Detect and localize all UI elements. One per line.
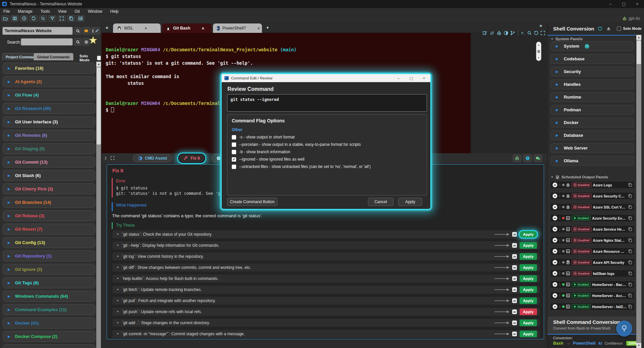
expand-row-button[interactable] [552,282,557,287]
sidebar-category[interactable]: ▶Git Research (40) [3,103,95,114]
close-button[interactable]: × [418,76,430,80]
close-button[interactable]: × [631,2,644,6]
refresh-button[interactable] [597,26,602,31]
sidebar-category[interactable]: ▶Docker Compose (2) [3,331,95,342]
spin-up-icon[interactable]: ▲ [538,44,540,46]
apply-suggestion-button[interactable]: Apply [520,242,537,249]
search-go-button[interactable] [74,38,82,46]
panel-button[interactable] [76,15,85,22]
expand-row-button[interactable] [552,193,557,198]
expand-row-button[interactable] [552,182,557,187]
drag-handle[interactable]: ⣿ [559,228,561,230]
tabs-scroll-right-icon[interactable]: » [539,23,542,28]
expand-row-button[interactable] [552,227,557,232]
sidebar-category[interactable]: ▶Git Config (13) [3,237,95,248]
sidebar-category[interactable]: ▶Git Stash (6) [3,170,95,181]
apply-button[interactable]: Apply [398,198,422,206]
solo-mode-checkbox[interactable] [617,26,621,31]
robot-icon[interactable] [496,31,502,36]
fix-it-button[interactable]: Fix It [178,154,205,163]
git-branch-icon[interactable] [510,31,515,36]
system-panel-item[interactable]: ▶Podman [551,105,634,115]
duplicate-panel-button[interactable] [628,282,632,287]
sort-button[interactable] [39,15,47,22]
duplicate-panel-button[interactable] [628,216,632,220]
drag-handle[interactable]: ⣿ [559,295,561,297]
solo-mode-checkbox[interactable] [97,56,101,60]
search-icon[interactable] [527,31,532,36]
split-view-button[interactable] [11,15,19,22]
system-panel-item[interactable]: ▶Security [551,67,634,76]
menu-manage[interactable]: Manage [18,9,32,14]
drag-handle[interactable]: ⣿ [559,250,561,252]
drag-handle[interactable]: ⣿ [559,184,561,186]
system-panels-section-label[interactable]: ▼ System Panels [551,37,583,41]
command-input[interactable]: git status --ignored [227,94,427,112]
tab-global-commands[interactable]: Global Commands [34,53,73,60]
apply-suggestion-button[interactable]: Apply [520,286,537,293]
filter-button[interactable] [48,15,56,22]
sidebar-category[interactable]: ▶Git User Interface (3) [3,116,95,127]
sidebar-category[interactable]: ▶Git Branches (14) [3,197,95,208]
system-panel-item[interactable]: ▶Docker [551,118,634,127]
sidebar-category[interactable]: ▶Git Cherry Pick (3) [3,183,95,194]
duplicate-panel-button[interactable] [628,238,632,242]
duplicate-panel-button[interactable] [628,293,632,298]
sidebar-category[interactable]: ▶Windows Commands (64) [3,291,95,302]
scheduled-panel-row[interactable]: ⣿DisabledAzure Resource Moni... [550,247,635,255]
open-folder-button[interactable] [1,15,9,22]
scheduled-panel-row[interactable]: ⣿DisabledAzure Nginx Status &... [550,236,635,244]
scroll-thumb[interactable] [97,67,101,144]
create-command-button[interactable]: Create Command Button [227,198,277,206]
duplicate-panel-button[interactable] [628,227,632,231]
apply-suggestion-button[interactable]: Apply [520,297,537,304]
system-panel-item[interactable]: ▶Web Server [551,143,634,153]
scheduled-panel-row[interactable]: ⣿Disabledfail2ban logs [550,270,635,277]
eject-button[interactable] [606,26,611,31]
sidebar-category[interactable]: ▶Git Ignore (3) [3,264,95,275]
system-panel-item[interactable]: ▶Handles [551,79,634,89]
right-scrollbar[interactable]: ▲ ▼ [636,35,641,348]
system-panel-item[interactable]: ▶System [551,41,634,51]
menu-tools[interactable]: Tools [41,9,50,14]
collapse-panel-icon[interactable]: ▾▾ [105,157,106,160]
sidebar-category[interactable]: ▶Git Staging (5) [3,143,95,154]
duplicate-panel-button[interactable] [628,194,632,198]
resize-grip[interactable]: ⋰ [426,205,429,208]
tabs-scroll-left-icon[interactable]: « [106,25,108,30]
duplicate-panel-button[interactable] [628,260,632,265]
scheduled-panel-row[interactable]: ⣿DisabledAzure Security Check [550,192,635,200]
tab-close-icon[interactable]: × [202,26,204,31]
tab-wsl[interactable]: WSL × [113,23,161,33]
spin-down-icon[interactable]: ▼ [538,57,540,59]
chat-button[interactable] [534,155,542,162]
terminal-prompt-icon[interactable]: >_ [521,31,525,35]
expand-row-button[interactable] [552,260,557,265]
sidebar-category[interactable]: ▶Docker (41) [3,317,95,329]
tab-git-bash-active[interactable]: Git Bash × [162,23,212,33]
cmd-assist-button[interactable]: CMD Assist [133,154,172,162]
maximize-button[interactable]: ▢ [405,76,418,80]
scheduled-panel-row[interactable]: ⣿DisabledAzure SSL Cert Valida... [550,203,635,211]
expand-row-button[interactable] [552,216,557,221]
system-panel-item[interactable]: ▶Runtime [551,92,634,102]
swap-icon[interactable] [489,31,495,36]
expand-panel-icon[interactable] [110,156,115,160]
drag-handle[interactable]: ⣿ [559,217,561,219]
duplicate-panel-button[interactable] [628,249,632,253]
flag-checkbox[interactable] [232,142,236,147]
menu-help[interactable]: Help [110,9,119,14]
tab-close-icon[interactable]: × [145,26,147,31]
sidebar-category[interactable]: ▶Git Tags (6) [3,277,95,288]
favorites-star-icon[interactable]: ★ [89,34,98,46]
hint-bulb-button[interactable] [616,321,632,337]
scroll-down-icon[interactable]: ▼ [636,343,641,348]
sidebar-category[interactable]: ▶Git Commit (13) [3,157,95,168]
scroll-thumb[interactable] [637,41,641,64]
expand-row-button[interactable] [552,304,557,309]
expand-row-button[interactable] [552,238,557,243]
spin-thumb[interactable] [537,50,540,53]
apply-suggestion-button[interactable]: Apply [520,331,537,337]
dialog-title-bar[interactable]: Command Edit / Review – ▢ × [222,74,430,82]
minimize-button[interactable]: – [604,2,617,6]
